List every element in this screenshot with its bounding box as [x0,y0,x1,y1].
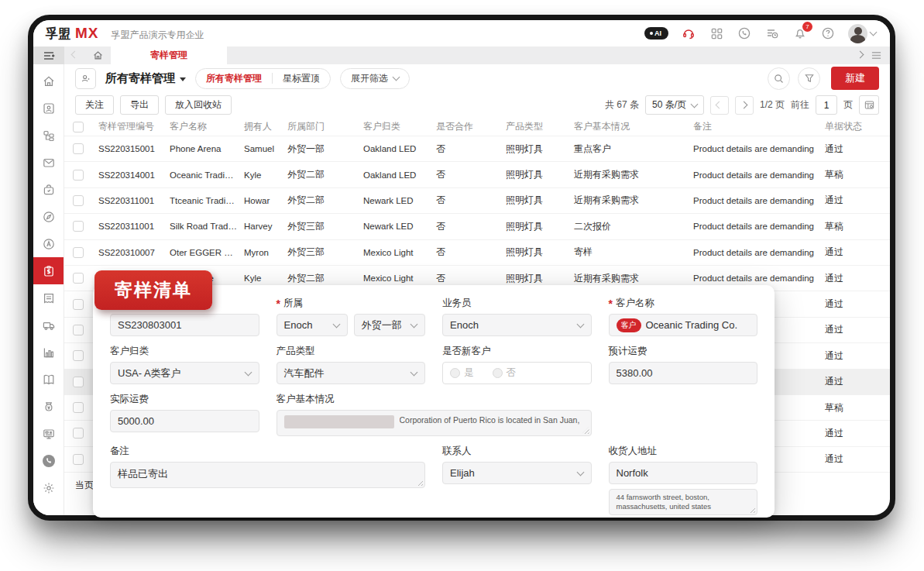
billing-clipboard-icon [42,264,56,278]
table-row[interactable]: SS220311001 Ttceanic Trading... Howar 外贸… [64,187,890,213]
actual-freight-input[interactable]: 5000.00 [110,410,259,432]
cell-customer: Oceanic Trading... [163,170,238,180]
sidebar-item-logistics[interactable] [33,311,64,339]
row-checkbox[interactable] [73,299,84,310]
whatsapp-icon[interactable] [737,26,752,41]
row-checkbox[interactable] [73,195,84,206]
sidebar-collapse-button[interactable] [33,46,64,64]
sidebar-item-contacts[interactable] [33,95,64,122]
table-row[interactable]: SS220310007 Oter EGGER DRE Myron 外贸三部 Me… [64,239,890,265]
customer-category-select[interactable]: USA- A类客户 [110,362,259,384]
user-menu[interactable] [848,24,876,43]
sidebar-item-orders[interactable] [33,176,64,203]
row-checkbox[interactable] [73,350,84,361]
owner-filter-button[interactable] [75,68,96,89]
resize-handle-icon[interactable] [582,427,589,434]
row-checkbox[interactable] [73,247,84,258]
row-checkbox[interactable] [73,170,84,181]
est-freight-input[interactable]: 5380.00 [609,362,758,384]
help-icon[interactable] [820,26,836,41]
row-checkbox[interactable] [73,428,84,439]
belong-owner-select[interactable]: Enoch [277,314,348,336]
segment-all-samples[interactable]: 所有寄样管理 [196,69,272,88]
support-headset-icon[interactable] [681,26,696,41]
new-button[interactable]: 新建 [831,67,879,90]
tab-list-icon[interactable] [871,50,882,60]
view-title-dropdown[interactable]: 所有寄样管理 [105,71,186,86]
tab-back-button[interactable] [64,46,84,64]
sidebar-item-finance[interactable] [33,393,64,420]
radio-yes[interactable]: 是 [450,366,474,380]
field-salesman: 业务员 Enoch [442,298,592,336]
ai-dot-icon [650,32,653,35]
row-checkbox[interactable] [73,273,84,284]
customer-name-label: 客户名称 [609,298,758,309]
table-row[interactable]: SS220315001 Phone Arena Samuel 外贸一部 Oakl… [64,136,890,161]
row-checkbox[interactable] [73,221,84,232]
order-no-input[interactable]: SS230803001 [110,314,259,336]
product-type-select[interactable]: 汽车配件 [277,362,426,384]
filter-button[interactable] [798,67,820,90]
page-size-select[interactable]: 50 条/页 [645,95,704,115]
sidebar-item-marketing[interactable] [33,420,64,447]
tab-home-button[interactable] [84,46,111,64]
next-page-button[interactable] [735,96,754,115]
belong-dept-select[interactable]: 外贸一部 [354,314,425,336]
segment-star-pin[interactable]: 星标置顶 [273,69,330,88]
cell-id: SS220311001 [92,222,163,231]
ship-address-detail-textarea[interactable]: 44 farnsworth street, boston, massachuse… [609,489,758,515]
sidebar-item-reports[interactable] [33,339,64,366]
action-bar: 关注 导出 放入回收站 共 67 条 50 条/页 1/2 页 前往 1 [64,92,890,118]
sidebar-item-sample-billing[interactable] [33,257,64,284]
ship-address-input[interactable]: Norfolk [609,462,758,484]
sidebar-item-home[interactable] [33,67,64,95]
cell-owner: Howar [238,196,281,205]
table-row[interactable]: SS220311001 Silk Road Trading... Harvey … [64,213,890,239]
goto-page-input[interactable]: 1 [816,95,837,115]
sidebar-item-org[interactable] [33,122,64,149]
sidebar-item-settings[interactable] [33,474,64,501]
chevron-down-icon [410,320,418,328]
row-checkbox[interactable] [73,402,84,413]
sidebar-item-invoice[interactable] [33,284,64,311]
select-all-checkbox[interactable] [73,122,84,132]
ai-assistant-button[interactable]: AI [644,27,668,40]
table-row[interactable]: SS220314001 Oceanic Trading... Kyle 外贸二部… [64,161,890,187]
row-checkbox[interactable] [73,325,84,335]
sidebar-item-discover[interactable] [33,203,64,230]
cell-dept: 外贸一部 [281,143,357,156]
new-customer-radio-group: 是 否 [442,362,592,384]
cell-customer: Phone Arena [163,144,238,153]
expand-filter-button[interactable]: 展开筛选 [340,68,410,89]
follow-button[interactable]: 关注 [75,95,114,115]
sample-form-dialog: SS230803001 所属 Enoch 外贸一部 业务员 Enoch 客户名称… [93,285,775,518]
radio-no[interactable]: 否 [493,366,517,380]
notification-bell-icon[interactable]: 7 [792,26,808,41]
remark-textarea[interactable]: 样品已寄出 [110,462,425,488]
sidebar-item-whatsapp[interactable] [33,447,64,474]
cell-remark: Product details are demanding [687,196,819,205]
tab-sample-management[interactable]: 寄样管理 [111,46,227,64]
cell-owner: Myron [238,248,281,257]
column-settings-button[interactable] [859,95,879,115]
search-button[interactable] [768,67,790,90]
sidebar-item-ledger[interactable] [33,366,64,393]
contact-select[interactable]: Elijah [442,462,592,484]
recycle-button[interactable]: 放入回收站 [165,95,232,115]
sidebar-item-mail[interactable] [33,149,64,176]
row-checkbox[interactable] [73,377,84,387]
customer-profile-textarea[interactable]: Corporation of Puerto Rico is located in… [277,410,592,436]
task-log-icon[interactable] [764,26,780,41]
row-checkbox[interactable] [73,143,84,154]
caret-down-icon [180,77,186,81]
apps-grid-icon[interactable] [709,26,724,41]
prev-page-button[interactable] [710,96,729,115]
resize-handle-icon[interactable] [416,479,423,486]
cell-coop: 否 [430,168,500,181]
sidebar-item-assistant[interactable] [33,230,64,257]
salesman-select[interactable]: Enoch [442,314,592,336]
export-button[interactable]: 导出 [120,95,159,115]
row-checkbox[interactable] [73,454,84,465]
customer-name-select[interactable]: 客户 Oceanic Trading Co. [609,314,758,336]
tab-forward-icon[interactable] [857,50,864,58]
